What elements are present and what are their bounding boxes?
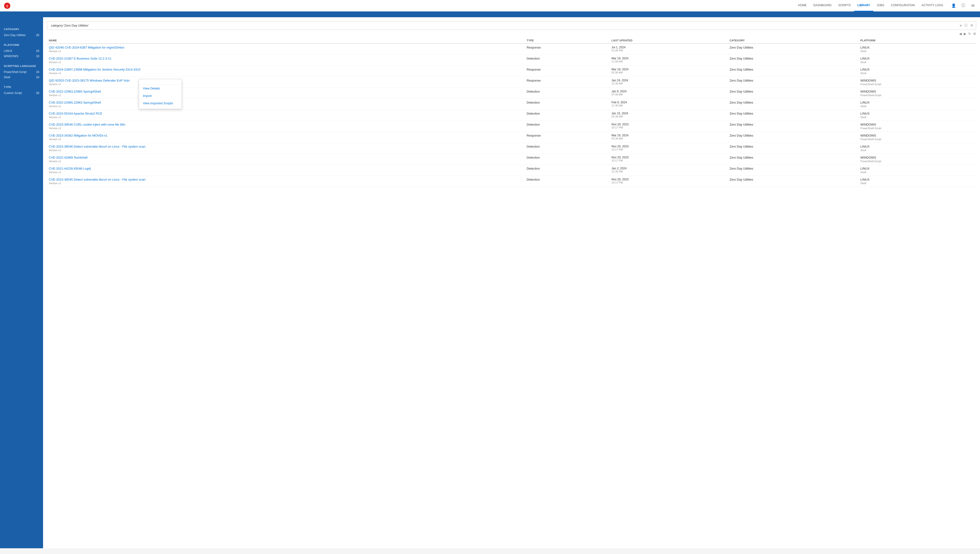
cell-type: Response: [525, 43, 610, 55]
script-name-link[interactable]: CVE-2021-44228,45046 Log4j: [49, 167, 91, 170]
script-name-link[interactable]: CVE-2022-42889 Text4shell: [49, 156, 88, 159]
date-main: Jan 2, 2024: [612, 167, 726, 170]
col-header-name: NAME: [47, 38, 525, 43]
platform-main: WINDOWS: [860, 90, 974, 93]
nav-item-dashboard[interactable]: DASHBOARD: [810, 0, 835, 11]
sidebar-filter-item[interactable]: Zero Day Utilities20: [4, 32, 39, 38]
cell-type: Detection: [525, 88, 610, 99]
col-header-last-updated: LAST UPDATED: [610, 38, 728, 43]
script-name-link[interactable]: CVE-2024-23897,23898 Mitigation for Jenk…: [49, 68, 140, 71]
nav-item-library[interactable]: LIBRARY: [854, 0, 873, 11]
cell-category: Zero Day Utilities: [728, 43, 859, 55]
platform-main: LINUX: [860, 112, 974, 115]
cell-platform: LINUXShell: [859, 176, 976, 187]
sidebar: CATEGORYZero Day Utilities20PLATFORMLINU…: [0, 17, 43, 548]
platform-sub: Shell: [860, 182, 974, 185]
sidebar-filter-item[interactable]: LINUX10: [4, 48, 39, 54]
sidebar-sections: CATEGORYZero Day Utilities20PLATFORMLINU…: [4, 28, 39, 96]
sidebar-item-count: 10: [36, 54, 39, 58]
platform-main: LINUX: [860, 167, 974, 170]
nav-item-activity-logs[interactable]: ACTIVITY LOGS: [918, 0, 947, 11]
platform-sub: Shell: [860, 61, 974, 64]
cell-type: Detection: [525, 165, 610, 176]
refresh-button[interactable]: ↻: [968, 32, 971, 36]
platform-main: WINDOWS: [860, 123, 974, 126]
search-menu-icon[interactable]: ≡: [969, 23, 974, 28]
script-name-link[interactable]: QID 42046 CVE-2024-6387 Mitigation for r…: [49, 46, 124, 49]
help-icon[interactable]: ⓘ: [960, 2, 967, 9]
script-name-link[interactable]: CVE-2023-38546 Detect vulnerable libcurl…: [49, 145, 145, 148]
cell-last-updated: Jan 9, 202407:00 AM: [610, 88, 728, 99]
search-help-icon[interactable]: ⓘ: [963, 24, 969, 28]
nav-item-home[interactable]: HOME: [795, 0, 810, 11]
nav-item-jobs[interactable]: JOBS: [873, 0, 888, 11]
cell-platform: LINUXShell: [859, 55, 976, 66]
col-header-category: CATEGORY: [728, 38, 859, 43]
cell-name: CVE-2022-42889 Text4shellVersion v1: [47, 154, 525, 165]
mail-icon[interactable]: ✉: [969, 2, 976, 9]
sidebar-item-label: Custom Script: [4, 91, 22, 95]
cell-category: Zero Day Utilities: [728, 121, 859, 132]
date-time: 03:30 AM: [612, 137, 726, 140]
table-row: CVE-2024-23897,23898 Mitigation for Jenk…: [47, 66, 976, 77]
top-bar: Q HOMEDASHBOARDSCRIPTSLIBRARYJOBSCONFIGU…: [0, 0, 980, 11]
script-version: Version v1: [49, 50, 523, 53]
cell-platform: WINDOWSPowerShell-Script: [859, 88, 976, 99]
date-time: 02:30 AM: [612, 115, 726, 118]
settings-button[interactable]: ⚙: [973, 32, 976, 36]
qualys-logo-icon: Q: [4, 2, 11, 9]
cell-category: Zero Day Utilities: [728, 165, 859, 176]
script-name-link[interactable]: CVE-2023-38546 CURL cookie inject with n…: [49, 123, 125, 126]
script-version: Version v1: [49, 160, 523, 162]
script-name-link[interactable]: CVE-2022-22963,22965 Spring4Shell: [49, 90, 101, 93]
col-header-type: TYPE: [525, 38, 610, 43]
logo-area: Q: [4, 2, 13, 9]
script-name-link[interactable]: CVE-2023-34362 Mitigation for MOVEit-v1: [49, 134, 107, 137]
script-name-link[interactable]: QID 92053 CVE-2023-38175 Windows Defende…: [49, 79, 129, 82]
cell-last-updated: Nov 20, 202310:17 PM: [610, 143, 728, 154]
search-input[interactable]: [49, 21, 958, 30]
script-name-link[interactable]: CVE-2022-21587 E-Business Suite 12.2.3-1…: [49, 57, 112, 60]
cell-name: CVE-2022-22963,22965 Spring4ShellVersion…: [47, 88, 525, 99]
date-main: Jan 24, 2024: [612, 79, 726, 82]
table-row: CVE-2023-38546 CURL cookie inject with n…: [47, 121, 976, 132]
cell-last-updated: Jan 2, 202412:30 PM: [610, 165, 728, 176]
cell-category: Zero Day Utilities: [728, 99, 859, 110]
date-main: Nov 20, 2023: [612, 145, 726, 148]
prev-page-button[interactable]: ◀: [959, 32, 962, 36]
sidebar-item-label: Zero Day Utilities: [4, 33, 25, 37]
cell-last-updated: Nov 20, 202310:17 PM: [610, 176, 728, 187]
cell-platform: LINUXShell: [859, 66, 976, 77]
sidebar-filter-item[interactable]: PowerShell-Script10: [4, 69, 39, 75]
script-name-link[interactable]: CVE-2022-22965,22963 Spring4Shell: [49, 101, 101, 104]
sidebar-filter-item[interactable]: WINDOWS10: [4, 54, 39, 59]
popup-action-item[interactable]: View Details: [139, 85, 182, 92]
sidebar-filter-item[interactable]: Custom Script20: [4, 91, 39, 96]
cell-type: Detection: [525, 121, 610, 132]
cell-platform: WINDOWSPowerShell-Script: [859, 154, 976, 165]
platform-sub: PowerShell-Script: [860, 160, 974, 162]
date-main: Jul 1, 2024: [612, 46, 726, 49]
cell-platform: WINDOWSPowerShell-Script: [859, 132, 976, 143]
script-version: Version v1: [49, 61, 523, 64]
popup-action-item[interactable]: View Imported Scripts: [139, 100, 182, 107]
date-main: Nov 20, 2023: [612, 123, 726, 126]
script-version: Version v1: [49, 127, 523, 130]
sidebar-filter-item[interactable]: Shell10: [4, 75, 39, 80]
date-main: Jan 15, 2024: [612, 112, 726, 115]
table-controls: ◀ ▶ ↻ ⚙: [43, 30, 980, 38]
quick-actions-popup: View DetailsImportView Imported Scripts: [139, 79, 182, 109]
popup-action-item[interactable]: Import: [139, 92, 182, 100]
script-version: Version v1: [49, 72, 523, 75]
script-version: Version v1: [49, 182, 523, 185]
next-page-button[interactable]: ▶: [964, 32, 966, 36]
script-name-link[interactable]: CVE-2023-50164 Apache Struts2 RCE: [49, 112, 102, 115]
user-icon[interactable]: 👤: [950, 2, 957, 9]
sidebar-section-scripting-language: SCRIPTING LANGUAGEPowerShell-Script10She…: [4, 65, 39, 80]
nav-item-configuration[interactable]: CONFIGURATION: [888, 0, 918, 11]
clear-icon[interactable]: ✕: [958, 24, 963, 27]
nav-item-scripts[interactable]: SCRIPTS: [835, 0, 854, 11]
script-name-link[interactable]: CVE-2023-38545 Detect vulnerable libcurl…: [49, 178, 145, 181]
table-row: CVE-2023-50164 Apache Struts2 RCEVersion…: [47, 110, 976, 121]
date-time: 10:17 PM: [612, 148, 726, 151]
